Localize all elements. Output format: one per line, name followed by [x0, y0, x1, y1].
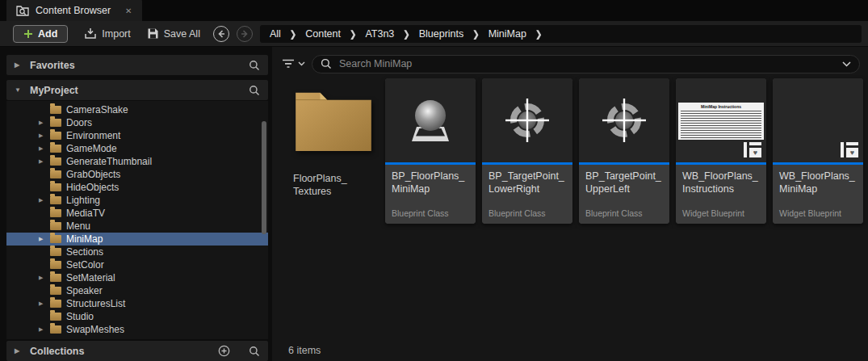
- tree-item-mediatv[interactable]: MediaTV: [6, 207, 268, 220]
- expand-collapsed-icon[interactable]: ▶: [39, 197, 50, 204]
- tree-item-doors[interactable]: ▶Doors: [6, 116, 268, 129]
- folder-icon: [50, 170, 61, 178]
- collections-section-header[interactable]: ▶ Collections: [6, 341, 268, 361]
- asset-bp-floorplans-minimap[interactable]: BP_FloorPlans_ MiniMap Blueprint Class: [385, 78, 476, 224]
- tree-item-label: StructuresList: [66, 298, 125, 309]
- tree-item-label: Environment: [66, 130, 120, 141]
- filter-icon: [282, 59, 295, 69]
- tree-item-structureslist[interactable]: ▶StructuresList: [6, 297, 268, 310]
- widget-blueprint-icon: ♥: [841, 142, 858, 157]
- add-button[interactable]: Add: [13, 25, 68, 43]
- search-icon[interactable]: [249, 346, 260, 357]
- folder-icon: [50, 196, 61, 204]
- asset-type-label: Widget Blueprint: [779, 208, 841, 218]
- back-button[interactable]: [213, 26, 229, 42]
- tree-item-hideobjects[interactable]: HideObjects: [6, 181, 268, 194]
- asset-name: WB_FloorPlans_ Instructions: [676, 165, 766, 195]
- widget-blueprint-icon: ♥: [744, 142, 761, 157]
- myproject-section-header[interactable]: ▼ MyProject: [6, 80, 268, 100]
- sphere-thumbnail: [405, 94, 456, 146]
- chevron-down-icon[interactable]: [842, 61, 851, 67]
- chevron-right-icon[interactable]: ❯: [535, 28, 542, 39]
- asset-type-label: Widget Blueprint: [682, 208, 744, 218]
- expand-collapsed-icon[interactable]: ▶: [39, 326, 50, 333]
- import-button-label: Import: [102, 28, 130, 40]
- forward-arrow-icon: [241, 30, 249, 38]
- close-tab-icon[interactable]: ✕: [125, 6, 132, 15]
- content-browser-icon: [16, 5, 29, 16]
- folder-icon: [50, 274, 61, 282]
- asset-bp-targetpoint-upperleft[interactable]: BP_TargetPoint_ UpperLeft Blueprint Clas…: [579, 78, 669, 224]
- breadcrumb-item-content[interactable]: Content: [305, 28, 341, 40]
- breadcrumb-item-all[interactable]: All: [270, 28, 281, 40]
- folder-icon: [50, 145, 61, 153]
- tree-item-speaker[interactable]: Speaker: [6, 284, 268, 297]
- save-all-button[interactable]: Save All: [147, 27, 200, 40]
- tree-item-lighting[interactable]: ▶Lighting: [6, 194, 268, 207]
- asset-bp-targetpoint-lowerright[interactable]: BP_TargetPoint_ LowerRight Blueprint Cla…: [482, 78, 572, 224]
- import-icon: [84, 27, 97, 40]
- tree-item-label: Lighting: [66, 195, 100, 206]
- tab-content-browser[interactable]: Content Browser ✕: [6, 0, 142, 21]
- expand-collapsed-icon[interactable]: ▶: [15, 61, 23, 69]
- add-plus-icon: [23, 29, 33, 39]
- tree-item-minimap[interactable]: ▶MiniMap: [6, 233, 268, 246]
- favorites-section-header[interactable]: ▶ Favorites: [6, 55, 268, 75]
- folder-icon: [50, 132, 61, 140]
- add-button-label: Add: [38, 28, 57, 40]
- expand-collapsed-icon[interactable]: ▶: [39, 120, 50, 126]
- expand-collapsed-icon[interactable]: ▶: [15, 347, 23, 355]
- tree-item-sections[interactable]: Sections: [6, 246, 268, 258]
- breadcrumb-item-at3n3[interactable]: AT3n3: [365, 28, 394, 40]
- asset-type-label: Blueprint Class: [585, 208, 643, 218]
- tree-item-label: SetColor: [66, 259, 104, 271]
- tree-item-environment[interactable]: ▶Environment: [6, 129, 268, 142]
- breadcrumb-item-blueprints[interactable]: Blueprints: [419, 28, 464, 40]
- folder-icon: [50, 222, 61, 230]
- tree-item-generatethumbnail[interactable]: ▶GenerateThumbnail: [6, 155, 268, 168]
- tree-item-setmaterial[interactable]: ▶SetMaterial: [6, 271, 268, 284]
- asset-name: WB_FloorPlans_ MiniMap: [773, 165, 863, 195]
- expand-collapsed-icon[interactable]: ▶: [39, 236, 50, 242]
- forward-button[interactable]: [237, 26, 253, 42]
- tree-item-swapmeshes[interactable]: ▶SwapMeshes: [6, 323, 268, 336]
- chevron-right-icon: ❯: [290, 28, 296, 39]
- asset-wb-floorplans-instructions[interactable]: MiniMap Instructions ♥ WB_FloorPlans_ In…: [676, 78, 766, 224]
- tree-item-label: CameraShake: [66, 104, 128, 115]
- expand-collapsed-icon[interactable]: ▶: [39, 145, 50, 152]
- expand-collapsed-icon[interactable]: ▶: [39, 132, 50, 139]
- tree-item-setcolor[interactable]: SetColor: [6, 258, 268, 271]
- favorites-label: Favorites: [30, 60, 75, 71]
- import-button[interactable]: Import: [84, 27, 130, 40]
- search-icon[interactable]: [249, 60, 260, 71]
- asset-folder-floorplans-textures[interactable]: FloorPlans_ Textures: [288, 78, 379, 224]
- tree-item-gamemode[interactable]: ▶GameMode: [6, 142, 268, 155]
- breadcrumb: All ❯ Content ❯ AT3n3 ❯ Blueprints ❯ Min…: [260, 25, 862, 43]
- expand-collapsed-icon[interactable]: ▶: [39, 275, 50, 281]
- tree-item-label: HideObjects: [66, 182, 119, 193]
- expand-collapsed-icon[interactable]: ▶: [39, 158, 50, 165]
- search-input[interactable]: [338, 57, 837, 70]
- expand-expanded-icon[interactable]: ▼: [15, 86, 23, 94]
- folder-icon: [50, 287, 61, 295]
- add-collection-icon[interactable]: [218, 345, 230, 357]
- tree-item-label: Menu: [66, 220, 90, 232]
- item-count-status: 6 items: [288, 345, 321, 356]
- search-icon[interactable]: [249, 85, 260, 96]
- folder-icon: [50, 106, 61, 114]
- tree-item-grabobjects[interactable]: GrabObjects: [6, 168, 268, 181]
- tree-item-menu[interactable]: Menu: [6, 220, 268, 233]
- breadcrumb-item-minimap[interactable]: MiniMap: [489, 28, 526, 40]
- asset-wb-floorplans-minimap[interactable]: ♥ WB_FloorPlans_ MiniMap Widget Blueprin…: [773, 78, 863, 224]
- search-box[interactable]: [312, 55, 860, 73]
- asset-type-label: Blueprint Class: [392, 208, 449, 218]
- folder-icon: [50, 261, 61, 269]
- folder-icon: [50, 235, 61, 243]
- tree-item-camerashake[interactable]: CameraShake: [6, 103, 268, 116]
- folder-icon: [50, 183, 61, 191]
- filter-button[interactable]: [282, 59, 305, 69]
- tree-item-studio[interactable]: Studio: [6, 310, 268, 323]
- tree-item-label: SetMaterial: [66, 272, 115, 283]
- tree-scrollbar[interactable]: [262, 121, 266, 234]
- expand-collapsed-icon[interactable]: ▶: [39, 300, 50, 307]
